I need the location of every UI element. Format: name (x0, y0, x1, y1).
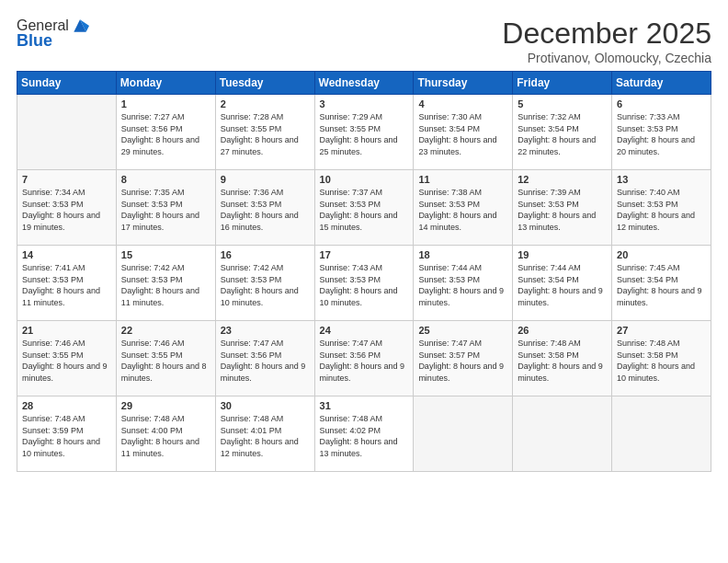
day-info: Sunrise: 7:42 AM Sunset: 3:53 PM Dayligh… (121, 262, 210, 308)
day-number: 21 (22, 325, 111, 336)
logo-icon (71, 17, 89, 35)
calendar-cell: 12 Sunrise: 7:39 AM Sunset: 3:53 PM Dayl… (513, 170, 612, 246)
day-number: 12 (518, 174, 607, 185)
weekday-header: Saturday (612, 72, 711, 95)
day-number: 24 (320, 325, 409, 336)
calendar-cell: 19 Sunrise: 7:44 AM Sunset: 3:54 PM Dayl… (513, 246, 612, 321)
day-info: Sunrise: 7:28 AM Sunset: 3:55 PM Dayligh… (221, 111, 310, 157)
calendar-cell: 25 Sunrise: 7:47 AM Sunset: 3:57 PM Dayl… (414, 321, 513, 396)
calendar-cell (414, 396, 513, 472)
weekday-header: Friday (513, 72, 612, 95)
day-info: Sunrise: 7:48 AM Sunset: 4:01 PM Dayligh… (221, 413, 310, 459)
day-number: 1 (121, 98, 210, 109)
day-number: 9 (221, 174, 310, 185)
day-info: Sunrise: 7:47 AM Sunset: 3:56 PM Dayligh… (320, 338, 409, 384)
calendar-cell: 3 Sunrise: 7:29 AM Sunset: 3:55 PM Dayli… (314, 95, 414, 170)
day-info: Sunrise: 7:35 AM Sunset: 3:53 PM Dayligh… (121, 187, 210, 233)
calendar-cell: 21 Sunrise: 7:46 AM Sunset: 3:55 PM Dayl… (17, 321, 117, 396)
day-info: Sunrise: 7:37 AM Sunset: 3:53 PM Dayligh… (320, 187, 409, 233)
calendar-cell: 8 Sunrise: 7:35 AM Sunset: 3:53 PM Dayli… (116, 170, 215, 246)
day-number: 8 (121, 174, 210, 185)
day-number: 18 (418, 249, 507, 260)
day-number: 29 (121, 400, 210, 411)
calendar-week-row: 14 Sunrise: 7:41 AM Sunset: 3:53 PM Dayl… (17, 246, 711, 321)
day-info: Sunrise: 7:29 AM Sunset: 3:55 PM Dayligh… (320, 111, 409, 157)
day-number: 31 (320, 400, 409, 411)
calendar-cell: 29 Sunrise: 7:48 AM Sunset: 4:00 PM Dayl… (116, 396, 215, 472)
calendar-cell: 27 Sunrise: 7:48 AM Sunset: 3:58 PM Dayl… (612, 321, 711, 396)
month-title: December 2025 (502, 17, 711, 51)
calendar-cell: 28 Sunrise: 7:48 AM Sunset: 3:59 PM Dayl… (17, 396, 117, 472)
weekday-header: Sunday (17, 72, 117, 95)
day-number: 22 (121, 325, 210, 336)
day-number: 27 (617, 325, 706, 336)
calendar-cell: 14 Sunrise: 7:41 AM Sunset: 3:53 PM Dayl… (17, 246, 117, 321)
day-info: Sunrise: 7:46 AM Sunset: 3:55 PM Dayligh… (121, 338, 210, 384)
day-number: 15 (121, 249, 210, 260)
calendar-cell: 2 Sunrise: 7:28 AM Sunset: 3:55 PM Dayli… (215, 95, 314, 170)
day-info: Sunrise: 7:48 AM Sunset: 3:58 PM Dayligh… (518, 338, 607, 384)
calendar-week-row: 21 Sunrise: 7:46 AM Sunset: 3:55 PM Dayl… (17, 321, 711, 396)
day-info: Sunrise: 7:46 AM Sunset: 3:55 PM Dayligh… (22, 338, 111, 384)
day-info: Sunrise: 7:45 AM Sunset: 3:54 PM Dayligh… (617, 262, 706, 308)
calendar-cell: 16 Sunrise: 7:42 AM Sunset: 3:53 PM Dayl… (215, 246, 314, 321)
day-number: 26 (518, 325, 607, 336)
day-info: Sunrise: 7:36 AM Sunset: 3:53 PM Dayligh… (221, 187, 310, 233)
day-number: 6 (617, 98, 706, 109)
calendar-table: SundayMondayTuesdayWednesdayThursdayFrid… (17, 71, 711, 472)
day-info: Sunrise: 7:48 AM Sunset: 3:59 PM Dayligh… (22, 413, 111, 459)
weekday-header-row: SundayMondayTuesdayWednesdayThursdayFrid… (17, 72, 711, 95)
day-number: 14 (22, 249, 111, 260)
day-number: 13 (617, 174, 706, 185)
day-number: 10 (320, 174, 409, 185)
day-number: 30 (221, 400, 310, 411)
day-info: Sunrise: 7:44 AM Sunset: 3:53 PM Dayligh… (418, 262, 507, 308)
calendar-cell: 22 Sunrise: 7:46 AM Sunset: 3:55 PM Dayl… (116, 321, 215, 396)
title-block: December 2025 Protivanov, Olomoucky, Cze… (502, 17, 711, 65)
day-number: 28 (22, 400, 111, 411)
day-number: 19 (518, 249, 607, 260)
day-info: Sunrise: 7:30 AM Sunset: 3:54 PM Dayligh… (418, 111, 507, 157)
day-info: Sunrise: 7:48 AM Sunset: 4:00 PM Dayligh… (121, 413, 210, 459)
weekday-header: Tuesday (215, 72, 314, 95)
calendar-cell: 9 Sunrise: 7:36 AM Sunset: 3:53 PM Dayli… (215, 170, 314, 246)
calendar-cell: 31 Sunrise: 7:48 AM Sunset: 4:02 PM Dayl… (314, 396, 414, 472)
location: Protivanov, Olomoucky, Czechia (502, 51, 711, 65)
day-number: 2 (221, 98, 310, 109)
day-number: 20 (617, 249, 706, 260)
day-info: Sunrise: 7:42 AM Sunset: 3:53 PM Dayligh… (221, 262, 310, 308)
calendar-cell: 10 Sunrise: 7:37 AM Sunset: 3:53 PM Dayl… (314, 170, 414, 246)
day-number: 11 (418, 174, 507, 185)
day-info: Sunrise: 7:43 AM Sunset: 3:53 PM Dayligh… (320, 262, 409, 308)
day-info: Sunrise: 7:34 AM Sunset: 3:53 PM Dayligh… (22, 187, 111, 233)
day-info: Sunrise: 7:40 AM Sunset: 3:53 PM Dayligh… (617, 187, 706, 233)
calendar-cell: 1 Sunrise: 7:27 AM Sunset: 3:56 PM Dayli… (116, 95, 215, 170)
day-number: 16 (221, 249, 310, 260)
day-info: Sunrise: 7:44 AM Sunset: 3:54 PM Dayligh… (518, 262, 607, 308)
day-info: Sunrise: 7:47 AM Sunset: 3:56 PM Dayligh… (221, 338, 310, 384)
day-info: Sunrise: 7:32 AM Sunset: 3:54 PM Dayligh… (518, 111, 607, 157)
day-number: 7 (22, 174, 111, 185)
calendar-cell: 13 Sunrise: 7:40 AM Sunset: 3:53 PM Dayl… (612, 170, 711, 246)
calendar-cell (17, 95, 117, 170)
day-info: Sunrise: 7:41 AM Sunset: 3:53 PM Dayligh… (22, 262, 111, 308)
day-info: Sunrise: 7:48 AM Sunset: 4:02 PM Dayligh… (320, 413, 409, 459)
day-number: 5 (518, 98, 607, 109)
calendar-cell: 17 Sunrise: 7:43 AM Sunset: 3:53 PM Dayl… (314, 246, 414, 321)
calendar-cell: 6 Sunrise: 7:33 AM Sunset: 3:53 PM Dayli… (612, 95, 711, 170)
calendar-week-row: 1 Sunrise: 7:27 AM Sunset: 3:56 PM Dayli… (17, 95, 711, 170)
day-number: 3 (320, 98, 409, 109)
day-number: 23 (221, 325, 310, 336)
calendar-cell: 15 Sunrise: 7:42 AM Sunset: 3:53 PM Dayl… (116, 246, 215, 321)
calendar-cell: 7 Sunrise: 7:34 AM Sunset: 3:53 PM Dayli… (17, 170, 117, 246)
day-number: 17 (320, 249, 409, 260)
calendar-cell: 5 Sunrise: 7:32 AM Sunset: 3:54 PM Dayli… (513, 95, 612, 170)
weekday-header: Monday (116, 72, 215, 95)
logo: General Blue (17, 17, 89, 51)
calendar-cell: 24 Sunrise: 7:47 AM Sunset: 3:56 PM Dayl… (314, 321, 414, 396)
day-info: Sunrise: 7:38 AM Sunset: 3:53 PM Dayligh… (418, 187, 507, 233)
page: General Blue December 2025 Protivanov, O… (0, 0, 728, 563)
calendar-cell: 26 Sunrise: 7:48 AM Sunset: 3:58 PM Dayl… (513, 321, 612, 396)
calendar-cell: 20 Sunrise: 7:45 AM Sunset: 3:54 PM Dayl… (612, 246, 711, 321)
calendar-cell: 4 Sunrise: 7:30 AM Sunset: 3:54 PM Dayli… (414, 95, 513, 170)
